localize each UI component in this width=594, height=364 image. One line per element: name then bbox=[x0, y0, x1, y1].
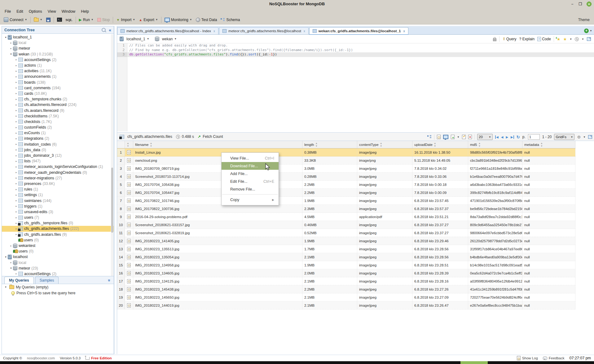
row-preview[interactable] bbox=[125, 237, 133, 245]
preview-file-icon[interactable] bbox=[127, 182, 131, 187]
collapse-arrow-icon[interactable]: ▸ bbox=[14, 103, 18, 106]
tree-item-presences[interactable]: ▸presences(33.6K) bbox=[2, 181, 114, 186]
tree-item-integrations[interactable]: ▸integrations(2) bbox=[2, 136, 114, 141]
tree-item-actions[interactable]: ▸actions(1) bbox=[2, 63, 114, 68]
edit-file-icon[interactable] bbox=[462, 135, 466, 139]
collapse-arrow-icon[interactable]: ▸ bbox=[14, 148, 18, 151]
preview-file-icon[interactable] bbox=[127, 255, 131, 259]
row-preview[interactable] bbox=[125, 181, 133, 188]
collapse-arrow-icon[interactable]: ▸ bbox=[14, 109, 18, 112]
table-row[interactable]: 11Screenshot_20180621-032819.jpg0.52MBim… bbox=[117, 229, 575, 237]
collapse-arrow-icon[interactable]: ▸ bbox=[14, 171, 18, 174]
tree-item-accountsettings[interactable]: ▸accountSettings(2) bbox=[2, 57, 114, 63]
tree-item-cfs-gridfs-avatars-files[interactable]: ▸cfs_gridfs.avatars.files(9) bbox=[2, 232, 114, 237]
preview-file-icon[interactable] bbox=[127, 263, 131, 267]
chevron-down-icon[interactable]: ▼ bbox=[582, 38, 584, 41]
collapse-arrow-icon[interactable]: ▸ bbox=[14, 177, 18, 179]
column-header-filename[interactable]: filename▲▼ bbox=[133, 141, 302, 148]
collapse-arrow-icon[interactable]: ▸ bbox=[14, 120, 18, 123]
next-page-button[interactable]: ▶ bbox=[506, 135, 508, 139]
tree-item-invitation-codes[interactable]: ▸invitation_codes(6) bbox=[2, 142, 114, 147]
row-preview[interactable] bbox=[125, 245, 133, 253]
table-row[interactable]: 10Screenshot_20180621-033157.jpg0.46MBim… bbox=[117, 221, 575, 229]
tree-item-settings[interactable]: ▸settings(1) bbox=[2, 192, 114, 198]
save-button[interactable] bbox=[44, 17, 52, 23]
collapse-arrow-icon[interactable]: ▸ bbox=[14, 70, 18, 72]
row-preview[interactable] bbox=[125, 189, 133, 196]
tree-item-meteor[interactable]: ▾meteor(23) bbox=[2, 265, 114, 271]
preview-file-icon[interactable] bbox=[127, 199, 131, 203]
import-button[interactable]: ▼ Import ▼ bbox=[114, 17, 137, 23]
column-header-length[interactable]: length▲▼ bbox=[302, 141, 357, 148]
sql-button[interactable]: SQL bbox=[64, 17, 74, 22]
tree-item-checklistitems[interactable]: ▸checklistItems(7.5K) bbox=[2, 113, 114, 119]
preview-file-icon[interactable] bbox=[127, 223, 131, 227]
table-row[interactable]: 16IMG_20180223_134605.jpg2.0MBimage/jpeg… bbox=[117, 269, 575, 277]
collapse-arrow-icon[interactable]: ▸ bbox=[9, 47, 13, 50]
collapse-arrow-icon[interactable]: ▸ bbox=[14, 115, 18, 117]
menu-file[interactable]: File bbox=[2, 9, 14, 14]
table-row[interactable]: 19IMG_20180223_145650.jpg2.1MBimage/jpeg… bbox=[117, 293, 575, 301]
menu-edit[interactable]: Edit bbox=[14, 9, 26, 14]
tree-item-cfs-tempstore-chunks[interactable]: ▸cfs._tempstore.chunks(2) bbox=[2, 96, 114, 102]
tree-item-cfs-attachments-filerecord[interactable]: ▸cfs.attachments.filerecord(224) bbox=[2, 102, 114, 107]
collapse-arrow-icon[interactable]: ▸ bbox=[14, 154, 18, 157]
row-preview[interactable] bbox=[125, 229, 133, 237]
preview-file-icon[interactable] bbox=[127, 207, 131, 211]
add-file-icon[interactable] bbox=[451, 135, 455, 139]
connection-select[interactable]: localhost_1 bbox=[126, 37, 145, 41]
page-size-select[interactable]: 20 ▼ bbox=[477, 134, 493, 140]
row-preview[interactable] bbox=[125, 149, 133, 156]
row-preview[interactable] bbox=[125, 253, 133, 261]
search-icon[interactable] bbox=[102, 28, 106, 32]
document-tab-1[interactable]: meteor:cfs_gridfs.attachments.files@loca… bbox=[117, 27, 218, 34]
menu-item-remove-file-[interactable]: Remove File... bbox=[222, 185, 279, 193]
tree-item-triggers[interactable]: ▸triggers(1) bbox=[2, 204, 114, 209]
open-file-button[interactable]: ▼ bbox=[32, 17, 44, 22]
maximize-editor-icon[interactable] bbox=[587, 37, 591, 41]
collapse-arrow-icon[interactable]: ▸ bbox=[14, 75, 18, 78]
preview-file-icon[interactable] bbox=[127, 174, 131, 179]
table-row[interactable]: 17IMG_20180223_134125.jpg2.1MBimage/jpeg… bbox=[117, 277, 575, 285]
row-preview[interactable] bbox=[125, 269, 133, 277]
menu-item-copy[interactable]: Copy▶ bbox=[222, 196, 279, 204]
tree-item-localhost-1[interactable]: ▾localhost_1 bbox=[2, 34, 114, 40]
view-window-icon[interactable] bbox=[443, 135, 448, 139]
monitoring-button[interactable]: Monitoring ▼ bbox=[163, 17, 194, 23]
schema-button[interactable]: Schema bbox=[219, 17, 242, 23]
tree-item-users[interactable]: users(0) bbox=[2, 248, 114, 254]
collapse-arrow-icon[interactable]: ▸ bbox=[14, 81, 18, 84]
preview-file-icon[interactable] bbox=[127, 279, 131, 283]
tree-item-activities[interactable]: ▸activities(11.1K) bbox=[2, 68, 114, 74]
tree-item-escounts[interactable]: ▸esCounts(1) bbox=[2, 130, 114, 136]
chevron-down-icon[interactable]: ▼ bbox=[174, 37, 177, 40]
tree-item-localhost[interactable]: ▾localhost bbox=[2, 254, 114, 260]
tree-item-boards[interactable]: ▸boards(138) bbox=[2, 80, 114, 85]
row-preview[interactable] bbox=[125, 164, 133, 172]
close-tab-icon[interactable]: x bbox=[403, 29, 405, 33]
tree-item-customfields[interactable]: ▸customFields(2) bbox=[2, 125, 114, 130]
table-row[interactable]: 18IMG_20180223_145438.jpg2.2MBimage/jpeg… bbox=[117, 285, 575, 293]
table-row[interactable]: 14IMG_20180223_135054.jpg2.1MBimage/jpeg… bbox=[117, 253, 575, 261]
page-input[interactable]: 1 bbox=[528, 134, 540, 140]
preview-file-icon[interactable] bbox=[127, 215, 131, 219]
table-row[interactable]: 6IMG_20170704_105447.jpg2.2MBimage/jpeg7… bbox=[117, 189, 575, 197]
collapse-arrow-icon[interactable]: ▸ bbox=[9, 42, 13, 44]
connect-button[interactable]: Connect ▼ bbox=[2, 17, 29, 23]
minimize-button[interactable]: – bbox=[570, 2, 574, 6]
tree-item-rules[interactable]: ▸rules(1) bbox=[2, 186, 114, 192]
collapse-arrow-icon[interactable]: ▸ bbox=[14, 58, 18, 61]
table-row[interactable]: 2owncloud.png33.3KBimage/png5.11.2018 kl… bbox=[117, 156, 575, 164]
collapse-arrow-icon[interactable]: ▸ bbox=[14, 160, 18, 163]
preview-file-icon[interactable] bbox=[127, 231, 131, 235]
collapse-arrow-icon[interactable]: ▸ bbox=[14, 216, 18, 219]
table-row[interactable]: 3IMG_20180709_080719.jpg3.0MBimage/jpeg7… bbox=[117, 164, 575, 173]
preview-file-icon[interactable] bbox=[127, 150, 131, 155]
menu-window[interactable]: Window bbox=[59, 9, 78, 14]
document-tab-3[interactable]: wekan:cfs_gridfs.attachments.files@local… bbox=[309, 27, 408, 34]
tree-item-meteor-accounts-loginserviceconfiguration[interactable]: ▸meteor_accounts_loginServiceConfigurati… bbox=[2, 164, 114, 169]
preview-file-icon[interactable] bbox=[127, 295, 131, 300]
tree-item-cfs-avatars-filerecord[interactable]: ▸cfs.avatars.filerecord(9) bbox=[2, 107, 114, 113]
expand-arrow-icon[interactable]: ▾ bbox=[9, 53, 13, 55]
my-queries-folder[interactable]: ▾ My Queries (empty) bbox=[2, 284, 114, 290]
